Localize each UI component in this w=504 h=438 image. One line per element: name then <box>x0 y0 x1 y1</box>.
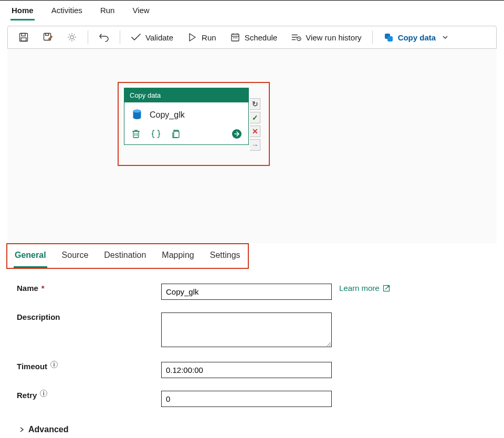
svg-rect-29 <box>133 131 139 138</box>
required-indicator: * <box>41 284 45 293</box>
external-link-icon <box>383 285 390 292</box>
menu-home[interactable]: Home <box>10 5 35 20</box>
calendar-icon <box>230 32 240 43</box>
top-menu: Home Activities Run View <box>0 0 504 20</box>
svg-rect-4 <box>46 34 49 36</box>
completion-handle[interactable]: → <box>250 139 260 151</box>
info-icon[interactable]: i <box>40 390 47 397</box>
timeout-input[interactable] <box>161 362 332 378</box>
loop-handle[interactable]: ↻ <box>250 98 260 110</box>
svg-line-12 <box>69 39 70 40</box>
copy-data-label: Copy data <box>398 33 436 42</box>
copy-data-activity[interactable]: Copy data Copy_glk <box>124 88 249 145</box>
toolbar-separator <box>372 30 373 44</box>
chevron-right-icon <box>19 426 25 433</box>
tab-mapping[interactable]: Mapping <box>161 244 195 268</box>
check-icon <box>131 32 141 43</box>
copy-data-button[interactable]: Copy data <box>378 29 456 46</box>
general-form: Name* Learn more Description Timeout i <box>6 269 498 425</box>
name-label: Name* <box>17 284 161 293</box>
svg-point-18 <box>233 37 234 38</box>
schedule-button[interactable]: Schedule <box>225 29 283 46</box>
properties-panel: General Source Destination Mapping Setti… <box>0 243 504 438</box>
settings-gear-button[interactable] <box>61 29 82 46</box>
save-button[interactable] <box>13 29 34 46</box>
toolbar: Validate Run Schedule View run history <box>7 26 497 49</box>
svg-point-5 <box>70 36 74 39</box>
gear-icon <box>67 32 77 43</box>
pipeline-canvas[interactable]: Copy data Copy_glk <box>7 49 497 243</box>
toolbar-separator <box>88 30 88 44</box>
view-run-history-button[interactable]: View run history <box>286 29 366 46</box>
svg-point-20 <box>236 37 237 38</box>
activity-footer <box>124 126 248 144</box>
activity-name: Copy_glk <box>150 110 185 120</box>
view-run-history-label: View run history <box>306 33 361 42</box>
run-button[interactable]: Run <box>182 29 222 46</box>
description-input[interactable] <box>161 312 332 347</box>
svg-line-10 <box>69 35 70 36</box>
code-braces-icon[interactable] <box>151 129 161 139</box>
svg-point-28 <box>133 110 141 113</box>
tab-source[interactable]: Source <box>61 244 90 268</box>
svg-line-11 <box>74 39 75 40</box>
svg-rect-2 <box>21 38 26 41</box>
info-icon[interactable]: i <box>50 361 58 368</box>
advanced-toggle[interactable]: Advanced <box>6 425 498 438</box>
learn-more-link[interactable]: Learn more <box>339 284 390 293</box>
run-label: Run <box>202 33 216 42</box>
run-history-icon <box>291 32 301 43</box>
undo-button[interactable] <box>93 29 114 46</box>
database-icon <box>132 110 142 120</box>
tab-settings[interactable]: Settings <box>209 244 242 268</box>
toolbar-separator <box>120 30 120 44</box>
chevron-down-icon <box>440 32 450 43</box>
database-icon <box>383 32 394 43</box>
toolbar-container: Validate Run Schedule View run history <box>0 20 504 243</box>
save-as-icon <box>43 32 53 43</box>
delete-icon[interactable] <box>131 129 141 139</box>
tab-general[interactable]: General <box>14 244 47 268</box>
activity-body: Copy_glk <box>124 102 248 126</box>
retry-label: Retry i <box>17 391 161 400</box>
success-handle[interactable]: ✓ <box>250 112 260 123</box>
schedule-label: Schedule <box>245 33 278 42</box>
play-icon <box>187 32 197 43</box>
svg-point-19 <box>235 37 236 38</box>
arrow-right-circle-icon[interactable] <box>232 129 242 139</box>
validate-label: Validate <box>145 33 173 42</box>
highlight-tabs: General Source Destination Mapping Setti… <box>6 243 249 269</box>
svg-rect-34 <box>174 131 179 138</box>
svg-rect-1 <box>22 34 25 36</box>
name-input[interactable] <box>161 284 332 300</box>
undo-icon <box>99 32 109 43</box>
copy-icon[interactable] <box>171 129 181 139</box>
menu-run[interactable]: Run <box>99 5 116 20</box>
save-icon <box>18 32 29 43</box>
activity-header: Copy data <box>124 88 248 102</box>
timeout-label: Timeout i <box>17 362 161 371</box>
menu-activities[interactable]: Activities <box>50 5 83 20</box>
tab-destination[interactable]: Destination <box>103 244 147 268</box>
save-as-button[interactable] <box>37 29 58 46</box>
menu-view[interactable]: View <box>131 5 150 20</box>
svg-line-13 <box>74 35 75 36</box>
retry-input[interactable] <box>161 391 332 407</box>
validate-button[interactable]: Validate <box>125 29 178 46</box>
description-label: Description <box>17 312 161 321</box>
activity-status-handles: ↻ ✓ ✕ → <box>250 98 260 151</box>
failure-handle[interactable]: ✕ <box>250 126 260 137</box>
